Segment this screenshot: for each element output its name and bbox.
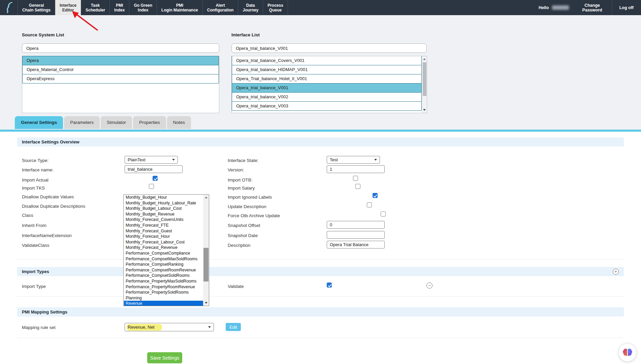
import-tks-checkbox[interactable] xyxy=(149,184,154,189)
list-item[interactable]: Opera_trial_balance_V001 xyxy=(232,83,422,93)
list-item[interactable]: Opera_trial_balance_HIDMAP_V001 xyxy=(232,65,422,74)
chevron-down-icon xyxy=(172,159,175,161)
snapshot-offset-input[interactable] xyxy=(327,221,385,229)
interface-list-title: Interface List xyxy=(231,32,260,37)
listbox-option[interactable]: Monthly_Forecast_CoversUnits xyxy=(124,217,203,223)
listbox-option[interactable]: Monthly_Forecast_FTE xyxy=(124,223,203,228)
validate-class-label: ValidateClass xyxy=(22,243,50,248)
listbox-option[interactable]: Monthly_Budget_Labour_Cost xyxy=(124,206,203,211)
listbox-option[interactable]: Performance_CompsetMaxSoldRooms xyxy=(124,256,203,262)
list-item[interactable]: Opera xyxy=(22,56,219,65)
import-salary-checkbox[interactable] xyxy=(355,184,360,189)
scroll-up-icon[interactable] xyxy=(422,57,427,62)
nav-tab[interactable]: Go Green Index xyxy=(129,0,157,15)
listbox-option[interactable]: Monthly_Budget_Hourly_Labour_Rate xyxy=(124,200,203,206)
list-item[interactable]: Opera_trial_balance_Covers_V001 xyxy=(232,56,422,65)
update-description-checkbox[interactable] xyxy=(367,202,372,207)
import-ignored-labels-label: Import Ignored Labels xyxy=(228,195,272,200)
interface-state-label: Interface State: xyxy=(228,158,259,163)
listbox-option-label: Performance_CompsetRoomRevenue xyxy=(126,268,196,272)
nav-tab[interactable]: Process Queue xyxy=(263,0,288,15)
listbox-option[interactable]: Monthly_Forecast_Revenue xyxy=(124,245,203,251)
listbox-option[interactable]: Monthly_Budget_Revenue xyxy=(124,211,203,217)
nav-tab-label: Task Scheduler xyxy=(86,3,105,12)
listbox-option[interactable]: Monthly_Forecast_Guest xyxy=(124,228,203,234)
version-input[interactable] xyxy=(327,165,385,173)
description-input[interactable] xyxy=(327,241,385,249)
source-type-select[interactable]: PlainText xyxy=(125,156,178,164)
listbox-option[interactable]: Monthly_Forecast_Hour xyxy=(124,234,203,239)
source-system-filter-input[interactable] xyxy=(22,43,219,53)
scrollbar-thumb[interactable] xyxy=(203,248,209,282)
nav-tab[interactable]: General Chain Settings xyxy=(18,0,55,15)
nav-tab[interactable]: PMI Index xyxy=(110,0,129,15)
scroll-up-icon[interactable] xyxy=(203,195,209,200)
list-item[interactable]: Opera_Trial_balance_Hotel_II_V001 xyxy=(232,74,422,84)
nav-tab[interactable]: PMI Login Maintenance xyxy=(157,0,203,15)
listbox-option[interactable]: Revenue xyxy=(124,301,203,306)
settings-tab[interactable]: Parameters xyxy=(64,116,100,129)
save-settings-button[interactable]: Save Settings xyxy=(147,352,182,363)
list-item[interactable]: Opera_trial_balance_V002 xyxy=(232,92,422,102)
log-off-link[interactable]: Log off xyxy=(612,0,641,15)
interface-state-select[interactable]: Test xyxy=(327,156,380,164)
import-actual-checkbox[interactable] xyxy=(153,176,158,181)
settings-tab[interactable]: Simulator xyxy=(101,116,132,129)
nav-tab[interactable]: Data Journey xyxy=(238,0,263,15)
interface-filter-input[interactable] xyxy=(231,43,427,53)
import-otb-label: Import OTB: xyxy=(228,177,253,183)
nav-tab-label: General Chain Settings xyxy=(22,3,51,12)
nav-tab-label: Data Journey xyxy=(243,3,258,12)
validate-checkbox[interactable] xyxy=(327,283,332,288)
mapping-rule-set-select[interactable]: Revenue, Net xyxy=(125,323,214,331)
list-item[interactable]: Opera_Material_Control xyxy=(22,65,219,74)
scroll-down-icon[interactable] xyxy=(203,300,209,305)
description-label: Description xyxy=(228,243,251,248)
nav-tab[interactable]: Alert Configuration xyxy=(203,0,238,15)
change-password-link[interactable]: Change Password xyxy=(582,3,602,12)
listbox-scrollbar[interactable] xyxy=(203,195,209,306)
listbox-option[interactable]: Performance_PropertyRoomRevenue xyxy=(124,284,203,290)
import-otb-checkbox[interactable] xyxy=(353,176,358,181)
settings-tab[interactable]: General Settings xyxy=(15,116,63,129)
list-item[interactable]: Opera_trial_balance_V003 xyxy=(232,101,422,111)
username-redacted xyxy=(552,5,569,10)
nav-tab[interactable]: Task Scheduler xyxy=(81,0,110,15)
interface-name-input[interactable] xyxy=(125,165,183,173)
interface-list-scrollbar[interactable] xyxy=(422,56,427,113)
nav-spacer xyxy=(288,0,539,15)
scrollbar-thumb[interactable] xyxy=(423,62,426,96)
listbox-option-label: Monthly_Forecast_Revenue xyxy=(126,245,178,250)
add-import-type-icon[interactable]: + xyxy=(613,269,619,275)
listbox-option[interactable]: Performance_CompsetRanking xyxy=(124,262,203,267)
listbox-option[interactable]: Monthly_Forecast_Labour_Cost xyxy=(124,239,203,245)
listbox-option-label: Monthly_Forecast_Hour xyxy=(126,234,170,239)
listbox-option[interactable]: Planning xyxy=(124,295,203,301)
listbox-option[interactable]: Monthly_Budget_Hour xyxy=(124,195,203,200)
remove-import-type-icon[interactable]: − xyxy=(426,283,432,289)
nav-tabs: General Chain SettingsInterface EditorTa… xyxy=(18,0,288,15)
list-item[interactable]: OperaExpress xyxy=(22,74,219,84)
list-item-label: Opera_trial_balance_Covers_V001 xyxy=(236,58,305,63)
settings-tab[interactable]: Properties xyxy=(133,116,166,129)
import-types-section-body xyxy=(17,276,624,297)
app-logo[interactable] xyxy=(0,0,18,15)
listbox-option[interactable]: Performance_PropertyMaxSoldRooms xyxy=(124,278,203,284)
nav-tab[interactable]: Interface Editor xyxy=(55,0,81,15)
assistant-floating-button[interactable] xyxy=(619,344,636,361)
snapshot-date-input[interactable] xyxy=(327,231,385,239)
listbox-option-label: Monthly_Budget_Hourly_Labour_Rate xyxy=(126,201,196,205)
listbox-option[interactable]: Performance_CompsetRoomRevenue xyxy=(124,267,203,273)
listbox-option[interactable]: Performance_CompsetSoldRooms xyxy=(124,273,203,278)
listbox-option[interactable]: Performance_CompsetCompliance xyxy=(124,251,203,256)
settings-tab[interactable]: Notes xyxy=(167,116,191,129)
import-ignored-labels-checkbox[interactable] xyxy=(373,193,378,198)
nav-tab-label: PMI Index xyxy=(114,3,125,12)
source-system-list-title: Source System List xyxy=(22,32,64,37)
force-otb-archive-update-checkbox[interactable] xyxy=(381,211,386,217)
scroll-down-icon[interactable] xyxy=(422,107,427,112)
settings-tabs: General SettingsParametersSimulatorPrope… xyxy=(15,116,191,129)
listbox-option-label: Monthly_Budget_Revenue xyxy=(126,212,174,217)
listbox-option[interactable]: Performance_PropertySoldRooms xyxy=(124,290,203,295)
edit-mapping-button[interactable]: Edit xyxy=(226,323,241,331)
